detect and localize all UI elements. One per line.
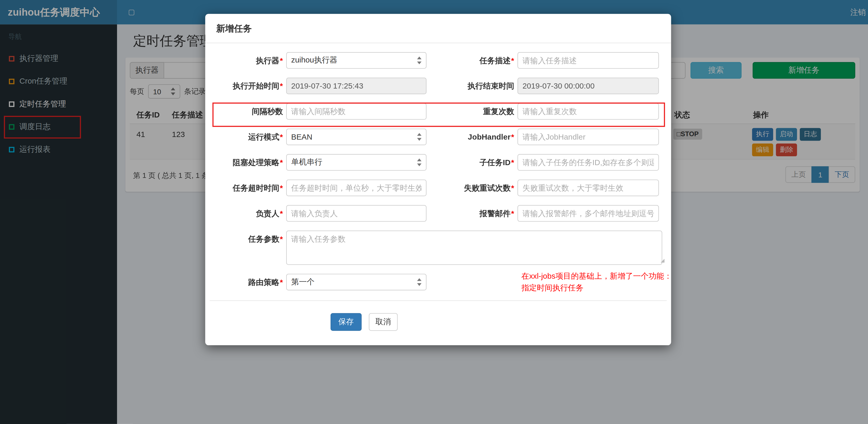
form-row-route-note: 路由策略 第一个 在xxl-jobs项目的基础上，新增了一个功能： 指定时间执行…: [210, 274, 666, 290]
owner-label: 负责人: [210, 205, 283, 222]
job-desc-input[interactable]: [518, 52, 659, 69]
end-time-input[interactable]: [518, 77, 659, 94]
select-stepper-icon: [417, 57, 422, 64]
block-strategy-label: 阻塞处理策略: [210, 154, 283, 171]
timeout-input[interactable]: [286, 180, 427, 196]
app-window: zuihou任务调度中心 ▢ 注销 导航 执行器管理 Cron任务管理 定时任务…: [0, 0, 868, 424]
executor-select[interactable]: zuihou执行器: [286, 52, 427, 69]
start-time-input[interactable]: [286, 77, 427, 94]
cancel-button[interactable]: 取消: [369, 313, 398, 331]
end-time-label: 执行结束时间: [427, 77, 514, 94]
modal-footer: 保存 取消: [205, 301, 671, 345]
resize-grip-icon[interactable]: ◢: [660, 258, 664, 263]
form-row-runmode-handler: 运行模式 BEAN JobHandler: [210, 129, 666, 145]
retry-label: 失败重试次数: [427, 180, 514, 196]
form-row-times: 执行开始时间 执行结束时间: [210, 77, 666, 94]
route-strategy-select-value: 第一个: [291, 277, 314, 287]
child-job-label: 子任务ID: [427, 154, 514, 171]
save-button[interactable]: 保存: [331, 313, 362, 331]
owner-input[interactable]: [286, 205, 427, 222]
executor-label: 执行器: [210, 52, 283, 69]
alarm-email-label: 报警邮件: [427, 205, 514, 222]
interval-label: 间隔秒数: [210, 103, 283, 120]
run-mode-select-value: BEAN: [291, 133, 312, 141]
run-mode-label: 运行模式: [210, 129, 283, 145]
add-task-modal: 新增任务 执行器 zuihou执行器 任务描述 执行开始时间 执行结束时间 间隔…: [205, 14, 671, 345]
select-stepper-icon: [417, 278, 422, 286]
modal-title: 新增任务: [216, 23, 660, 34]
note-line-2: 指定时间执行任务: [521, 282, 672, 294]
route-strategy-select[interactable]: 第一个: [286, 274, 427, 290]
interval-input[interactable]: [286, 103, 427, 120]
job-handler-input[interactable]: [518, 129, 659, 145]
block-strategy-select[interactable]: 单机串行: [286, 154, 427, 171]
note-line-1: 在xxl-jobs项目的基础上，新增了一个功能：: [521, 270, 672, 282]
select-stepper-icon: [417, 159, 422, 166]
job-params-label: 任务参数: [210, 230, 283, 247]
retry-input[interactable]: [518, 180, 659, 196]
select-stepper-icon: [417, 133, 422, 141]
form-row-executor-desc: 执行器 zuihou执行器 任务描述: [210, 52, 666, 69]
alarm-email-input[interactable]: [518, 205, 659, 222]
child-job-input[interactable]: [518, 154, 659, 171]
form-row-timeout-retry: 任务超时时间 失败重试次数: [210, 180, 666, 196]
job-desc-label: 任务描述: [427, 52, 514, 69]
run-mode-select[interactable]: BEAN: [286, 129, 427, 145]
job-params-textarea[interactable]: [286, 230, 662, 265]
executor-select-value: zuihou执行器: [291, 56, 337, 65]
form-row-owner-email: 负责人 报警邮件: [210, 205, 666, 222]
modal-header: 新增任务: [205, 14, 671, 43]
form-row-interval-repeat: 间隔秒数 重复次数: [210, 103, 666, 120]
note-text: 在xxl-jobs项目的基础上，新增了一个功能： 指定时间执行任务: [521, 270, 672, 294]
job-handler-label: JobHandler: [427, 129, 514, 145]
form-row-block-childjob: 阻塞处理策略 单机串行 子任务ID: [210, 154, 666, 171]
timeout-label: 任务超时时间: [210, 180, 283, 196]
route-strategy-label: 路由策略: [210, 274, 283, 290]
start-time-label: 执行开始时间: [210, 77, 283, 94]
block-strategy-select-value: 单机串行: [291, 157, 322, 167]
repeat-input[interactable]: [518, 103, 659, 120]
modal-body: 执行器 zuihou执行器 任务描述 执行开始时间 执行结束时间 间隔秒数 重复…: [205, 43, 671, 290]
form-row-job-params: 任务参数 ◢: [210, 230, 666, 265]
repeat-label: 重复次数: [427, 103, 514, 120]
